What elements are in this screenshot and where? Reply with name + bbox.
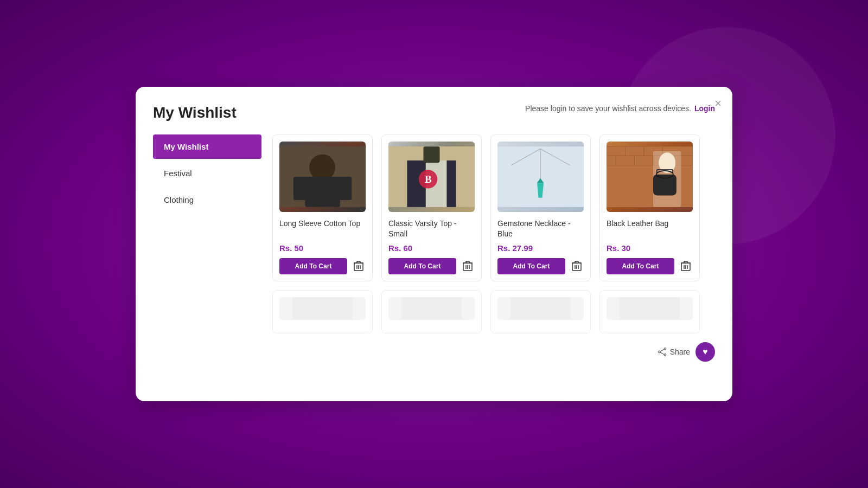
modal-body: My Wishlist Festival Clothing bbox=[153, 134, 715, 333]
login-link[interactable]: Login bbox=[694, 104, 715, 113]
trash-icon-2 bbox=[572, 261, 582, 272]
product-card-0: Long Sleeve Cotton Top Rs. 50 Add To Car… bbox=[272, 134, 373, 281]
product-name-1: Classic Varsity Top - Small bbox=[388, 219, 475, 239]
trash-icon-1 bbox=[463, 261, 473, 272]
product-image-0 bbox=[279, 142, 366, 212]
wishlist-modal: My Wishlist Please login to save your wi… bbox=[136, 87, 732, 401]
product-image-1: B bbox=[388, 142, 475, 212]
login-prompt-text: Please login to save your wishlist acros… bbox=[525, 104, 691, 113]
delete-btn-3[interactable] bbox=[679, 259, 693, 274]
product-image-3 bbox=[607, 142, 693, 212]
product-card-row2-2 bbox=[490, 290, 591, 333]
product-price-2: Rs. 27.99 bbox=[497, 243, 584, 253]
close-button[interactable]: × bbox=[714, 98, 722, 110]
svg-rect-4 bbox=[335, 177, 352, 200]
share-button[interactable]: Share bbox=[658, 348, 690, 356]
share-label: Share bbox=[670, 348, 690, 356]
product-name-2: Gemstone Necklace - Blue bbox=[497, 219, 584, 239]
add-to-cart-btn-1[interactable]: Add To Cart bbox=[388, 258, 456, 274]
add-to-cart-btn-3[interactable]: Add To Cart bbox=[607, 258, 674, 274]
delete-btn-1[interactable] bbox=[461, 259, 475, 274]
svg-rect-69 bbox=[401, 297, 462, 320]
product-image-row2-0 bbox=[279, 297, 366, 320]
svg-rect-16 bbox=[446, 160, 456, 207]
sidebar-item-festival[interactable]: Festival bbox=[153, 161, 261, 185]
svg-line-76 bbox=[660, 352, 664, 355]
sidebar-item-clothing[interactable]: Clothing bbox=[153, 188, 261, 212]
product-card-1: B Classic Varsity Top - Small Rs. 60 Add… bbox=[381, 134, 482, 281]
sidebar: My Wishlist Festival Clothing bbox=[153, 134, 261, 333]
svg-rect-3 bbox=[293, 177, 310, 200]
product-name-3: Black Leather Bag bbox=[607, 219, 693, 239]
svg-point-72 bbox=[664, 348, 666, 350]
product-card-2: Gemstone Necklace - Blue Rs. 27.99 Add T… bbox=[490, 134, 591, 281]
svg-rect-19 bbox=[423, 146, 439, 163]
product-image-row2-3 bbox=[607, 297, 693, 320]
trash-icon-3 bbox=[681, 261, 691, 272]
svg-point-74 bbox=[658, 351, 660, 353]
svg-point-1 bbox=[309, 155, 335, 181]
sidebar-item-my-wishlist[interactable]: My Wishlist bbox=[153, 134, 261, 159]
delete-btn-0[interactable] bbox=[352, 259, 366, 274]
product-price-0: Rs. 50 bbox=[279, 243, 366, 253]
product-actions-2: Add To Cart bbox=[497, 258, 584, 274]
product-image-row2-2 bbox=[497, 297, 584, 320]
trash-icon-0 bbox=[354, 261, 363, 272]
svg-rect-2 bbox=[305, 177, 340, 207]
delete-btn-2[interactable] bbox=[570, 259, 584, 274]
product-price-1: Rs. 60 bbox=[388, 243, 475, 253]
product-name-0: Long Sleeve Cotton Top bbox=[279, 219, 366, 239]
product-image-2 bbox=[497, 142, 584, 212]
product-price-3: Rs. 30 bbox=[607, 243, 693, 253]
product-image-row2-1 bbox=[388, 297, 475, 320]
product-actions-3: Add To Cart bbox=[607, 258, 693, 274]
add-to-cart-btn-0[interactable]: Add To Cart bbox=[279, 258, 347, 274]
login-prompt-area: Please login to save your wishlist acros… bbox=[525, 104, 715, 113]
product-card-3: Black Leather Bag Rs. 30 Add To Cart bbox=[599, 134, 700, 281]
products-grid: Long Sleeve Cotton Top Rs. 50 Add To Car… bbox=[272, 134, 711, 281]
modal-footer: Share ♥ bbox=[153, 342, 715, 362]
svg-rect-55 bbox=[653, 175, 676, 196]
product-actions-1: Add To Cart bbox=[388, 258, 475, 274]
svg-rect-68 bbox=[292, 297, 353, 320]
product-card-row2-3 bbox=[599, 290, 700, 333]
heart-icon: ♥ bbox=[703, 347, 708, 357]
svg-line-75 bbox=[660, 349, 664, 351]
svg-point-73 bbox=[664, 354, 666, 356]
products-grid-second-row bbox=[272, 290, 711, 333]
modal-header: My Wishlist Please login to save your wi… bbox=[153, 104, 715, 121]
product-card-row2-0 bbox=[272, 290, 373, 333]
product-actions-0: Add To Cart bbox=[279, 258, 366, 274]
svg-rect-71 bbox=[620, 297, 680, 320]
share-icon bbox=[658, 348, 667, 356]
products-scroll-container[interactable]: Long Sleeve Cotton Top Rs. 50 Add To Car… bbox=[272, 134, 715, 333]
product-card-row2-1 bbox=[381, 290, 482, 333]
add-to-cart-btn-2[interactable]: Add To Cart bbox=[497, 258, 565, 274]
products-area: Long Sleeve Cotton Top Rs. 50 Add To Car… bbox=[272, 134, 715, 333]
svg-rect-70 bbox=[510, 297, 571, 320]
svg-text:B: B bbox=[425, 174, 432, 185]
modal-title: My Wishlist bbox=[153, 104, 237, 121]
wishlist-heart-button[interactable]: ♥ bbox=[695, 342, 715, 362]
